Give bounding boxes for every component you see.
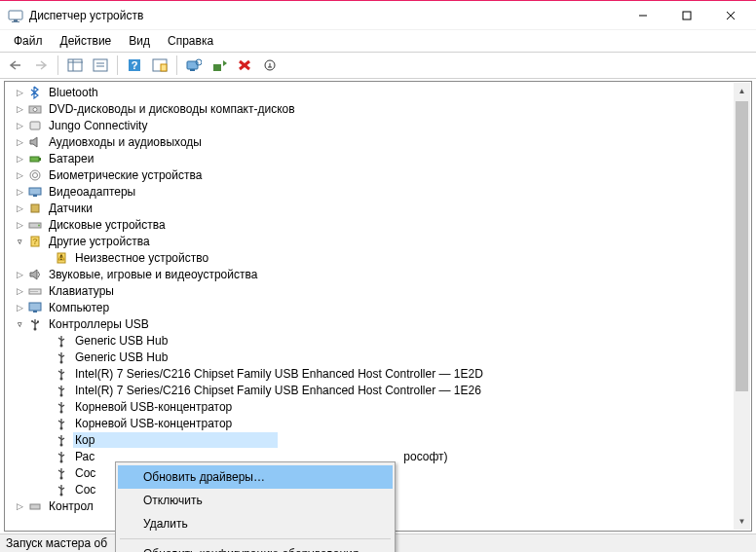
chevron-right-icon[interactable]: ▷ [13,86,26,99]
chevron-down-icon[interactable]: ▿ [13,235,26,248]
menu-action[interactable]: Действие [53,32,120,51]
category-sensors[interactable]: ▷ Датчики [7,200,751,216]
device-root-hub[interactable]: Корневой USB-концентратор [7,415,751,431]
chevron-right-icon[interactable]: ▷ [13,218,26,232]
vertical-scrollbar[interactable]: ▲ ▼ [734,83,750,530]
chevron-right-icon[interactable]: ▷ [13,268,26,281]
svg-rect-18 [190,69,195,71]
chevron-right-icon[interactable]: ▷ [13,152,26,166]
usb-icon [54,350,69,365]
ctx-delete[interactable]: Удалить [118,512,393,535]
action-button[interactable] [148,55,171,76]
tree-label: Неизвестное устройство [73,250,210,266]
usb-icon [54,416,69,431]
show-hide-tree-button[interactable] [63,55,87,76]
tree-label: Сос [73,465,97,481]
chevron-right-icon[interactable]: ▷ [13,301,26,314]
category-jungo[interactable]: ▷ Jungo Connectivity [7,117,751,133]
keyboard-icon [27,283,43,299]
warning-device-icon: ! [54,250,69,266]
tree-label: Компьютер [47,300,111,315]
category-keyboards[interactable]: ▷ Клавиатуры [7,282,751,299]
usb-icon [54,482,69,497]
scan-hardware-button[interactable] [182,55,206,76]
device-intel-usb-1e2d[interactable]: Intel(R) 7 Series/C216 Chipset Family US… [7,365,751,382]
tree-label: Дисковые устройства [47,217,168,233]
category-computer[interactable]: ▷ Компьютер [7,299,751,315]
category-usb[interactable]: ▿ Контроллеры USB [7,315,751,332]
category-biometric[interactable]: ▷ Биометрические устройства [7,166,751,183]
window-title: Диспетчер устройств [29,9,621,22]
status-text: Запуск мастера об [6,536,107,550]
device-unknown[interactable]: ! Неизвестное устройство [7,249,751,266]
context-menu-label: Обновить драйверы… [143,470,265,484]
chevron-right-icon[interactable]: ▷ [13,102,26,116]
device-usb-hub[interactable]: Generic USB Hub [7,349,751,365]
menu-help[interactable]: Справка [160,32,221,51]
menu-view[interactable]: Вид [121,32,158,51]
help-button[interactable]: ? [123,55,146,76]
svg-rect-33 [31,204,39,212]
enable-disable-button[interactable] [258,55,282,76]
tree-label: Generic USB Hub [73,350,170,365]
tree-label: Датчики [47,201,94,216]
window-controls [621,1,752,29]
menubar: Файл Действие Вид Справка [0,30,756,52]
svg-rect-32 [33,195,37,197]
device-intel-usb-1e26[interactable]: Intel(R) 7 Series/C216 Chipset Family US… [7,382,751,398]
category-sound[interactable]: ▷ Звуковые, игровые и видеоустройства [7,266,751,282]
category-bluetooth[interactable]: ▷ Bluetooth [7,84,751,100]
disk-drive-icon [27,217,43,233]
svg-point-30 [33,172,38,177]
ctx-update-drivers[interactable]: Обновить драйверы… [118,465,393,489]
tree-label: Звуковые, игровые и видеоустройства [47,267,259,282]
category-display[interactable]: ▷ Видеоадаптеры [7,183,751,200]
scrollbar-track[interactable] [734,99,750,513]
scroll-down-button[interactable]: ▼ [734,513,750,530]
forward-button[interactable] [29,55,53,76]
chevron-right-icon[interactable]: ▷ [13,168,26,182]
update-driver-button[interactable] [208,55,231,76]
context-menu-label: Обновить конфигурацию оборудования [143,547,359,552]
close-button[interactable] [708,1,752,29]
chevron-down-icon[interactable]: ▿ [13,317,26,331]
back-button[interactable] [4,55,27,76]
chevron-right-icon[interactable]: ▷ [13,135,26,149]
menu-file[interactable]: Файл [6,32,51,51]
chevron-right-icon[interactable]: ▷ [13,185,26,199]
category-dvd[interactable]: ▷ DVD-дисководы и дисководы компакт-диск… [7,100,751,117]
chevron-right-icon[interactable]: ▷ [13,119,26,132]
titlebar: Диспетчер устройств [0,1,756,30]
tree-label: DVD-дисководы и дисководы компакт-дисков [47,101,297,117]
device-root-hub[interactable]: Корневой USB-концентратор [7,398,751,415]
category-audio-io[interactable]: ▷ Аудиовходы и аудиовыходы [7,133,751,150]
tree-label: Jungo Connectivity [47,118,149,133]
context-menu: Обновить драйверы… Отключить Удалить Обн… [115,461,396,552]
display-adapter-icon [27,184,43,200]
ctx-disable[interactable]: Отключить [118,489,393,512]
usb-icon [54,333,69,349]
svg-rect-0 [9,11,22,19]
tree-label: Bluetooth [47,85,100,100]
svg-rect-71 [30,504,40,509]
chevron-right-icon[interactable]: ▷ [13,284,26,298]
toolbar: ? [0,52,756,79]
scrollbar-thumb[interactable] [736,101,748,391]
svg-rect-26 [30,122,40,129]
svg-rect-50 [37,320,39,322]
chevron-right-icon[interactable]: ▷ [13,202,26,215]
uninstall-button[interactable] [233,55,256,76]
minimize-button[interactable] [621,1,664,29]
chevron-right-icon[interactable]: ▷ [13,499,26,513]
category-batteries[interactable]: ▷ Батареи [7,150,751,166]
ctx-refresh-hardware[interactable]: Обновить конфигурацию оборудования [118,542,393,552]
properties-button[interactable] [89,55,112,76]
category-disk-drives[interactable]: ▷ Дисковые устройства [7,216,751,233]
tree-label: Generic USB Hub [73,333,170,349]
scroll-up-button[interactable]: ▲ [734,83,750,99]
maximize-button[interactable] [664,1,708,29]
device-root-hub-selected[interactable]: Кор [7,431,751,448]
usb-icon [27,316,43,332]
category-other-devices[interactable]: ▿ ? Другие устройства [7,233,751,249]
device-usb-hub[interactable]: Generic USB Hub [7,332,751,349]
